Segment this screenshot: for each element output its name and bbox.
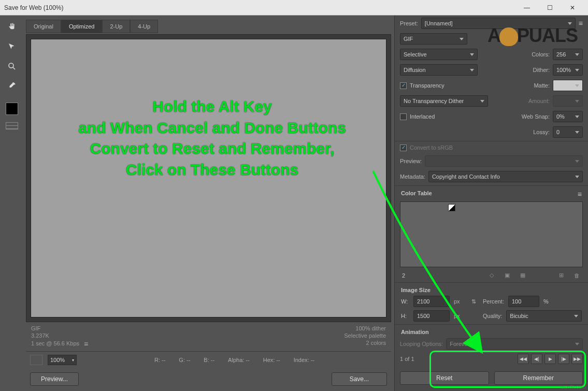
colortable-flyout-icon[interactable]	[578, 190, 582, 198]
matte-dropdown[interactable]	[553, 80, 583, 91]
format-dropdown[interactable]: GIF	[400, 33, 467, 45]
reset-button[interactable]: Reset	[400, 371, 489, 385]
lossy-dropdown[interactable]: 0	[553, 126, 583, 138]
window-title: Save for Web (100%)	[4, 4, 64, 11]
metadata-label: Metadata:	[400, 173, 425, 180]
preview-menu-icon[interactable]	[81, 340, 91, 348]
preview-button[interactable]: Preview...	[30, 372, 79, 386]
svg-point-0	[9, 63, 13, 68]
preview-canvas[interactable]	[26, 34, 391, 322]
slice-select-tool[interactable]	[4, 40, 20, 53]
info-filesize: 3.237K	[31, 332, 344, 339]
tab-4up[interactable]: 4-Up	[130, 20, 158, 33]
websnap-dropdown[interactable]: 0%	[553, 111, 583, 122]
width-input[interactable]: 2100	[413, 296, 450, 307]
tab-optimized[interactable]: Optimized	[61, 20, 103, 33]
bottom-buttons: Preview... Save...	[26, 368, 391, 391]
tab-2up[interactable]: 2-Up	[102, 20, 130, 33]
color-swatch-icon	[448, 204, 455, 211]
convert-srgb-checkbox[interactable]: ✓	[400, 144, 407, 151]
preview-label: Preview:	[400, 158, 422, 164]
matte-label: Matte:	[534, 82, 550, 89]
quality-dropdown[interactable]: Bicubic	[506, 310, 582, 322]
amount-label: Amount:	[528, 98, 550, 104]
swatch-readout	[30, 355, 42, 365]
quality-label: Quality:	[483, 313, 502, 319]
height-input[interactable]: 1500	[413, 310, 450, 322]
tool-strip	[0, 16, 24, 391]
prev-frame-button[interactable]: ◀|	[531, 354, 542, 364]
main-column: Original Optimized 2-Up 4-Up GIF 3.237K …	[24, 16, 394, 391]
dither-dropdown[interactable]: 100%	[553, 64, 583, 76]
info-readout: GIF 3.237K 1 sec @ 56.6 Kbps 100% dither…	[26, 322, 391, 351]
eyedropper-tool[interactable]	[4, 80, 20, 92]
preview-image	[31, 39, 386, 317]
play-button[interactable]: ▶	[544, 354, 556, 364]
readout-b: B: --	[204, 357, 214, 363]
readout-g: G: --	[179, 357, 190, 363]
next-frame-button[interactable]: |▶	[558, 354, 569, 364]
readout-alpha: Alpha: --	[228, 357, 250, 363]
remember-button[interactable]: Remember	[494, 371, 583, 385]
minimize-button[interactable]: —	[515, 0, 538, 16]
last-frame-button[interactable]: ▶▶	[571, 354, 583, 364]
settings-panel: Preset: [Unnamed] GIF Selective Colors: …	[394, 16, 588, 391]
preview-tabs: Original Optimized 2-Up 4-Up	[26, 20, 391, 33]
readout-r: R: --	[154, 357, 165, 363]
hand-tool[interactable]	[4, 21, 20, 33]
zoom-dropdown[interactable]: 100%▾	[48, 355, 77, 365]
lossy-label: Lossy:	[533, 129, 550, 135]
dither-method-dropdown[interactable]: Diffusion	[400, 64, 478, 76]
animation-title: Animation	[395, 326, 588, 336]
lock-color-icon[interactable]: ▣	[503, 272, 511, 279]
imagesize-title: Image Size	[395, 284, 588, 294]
first-frame-button[interactable]: ◀◀	[518, 354, 529, 364]
close-button[interactable]: ✕	[561, 0, 584, 16]
preview-dropdown[interactable]	[425, 155, 583, 167]
info-palette: Selective palette	[344, 332, 386, 339]
interlaced-label: Interlaced	[410, 113, 435, 120]
dither-label: Dither:	[533, 67, 550, 73]
link-dimensions-icon[interactable]: ⇅	[468, 298, 479, 305]
percent-input[interactable]: 100	[508, 296, 539, 307]
colors-dropdown[interactable]: 256	[553, 49, 583, 60]
interlaced-checkbox[interactable]	[400, 113, 407, 120]
colors-label: Colors:	[532, 51, 550, 57]
info-format: GIF	[31, 325, 344, 331]
colortable-title: Color Table	[401, 190, 432, 198]
info-dither: 100% dither	[344, 325, 386, 331]
looping-label: Looping Options:	[400, 341, 443, 347]
info-speed: 1 sec @ 56.6 Kbps	[31, 340, 79, 346]
map-transparent-icon[interactable]: ▦	[519, 272, 527, 279]
eyedropper-color-swatch[interactable]	[6, 103, 18, 115]
metadata-dropdown[interactable]: Copyright and Contact Info	[428, 171, 583, 182]
readout-index: Index: --	[294, 357, 314, 363]
looping-dropdown[interactable]: Forever	[446, 338, 583, 350]
preset-dropdown[interactable]: [Unnamed]	[421, 18, 576, 29]
maximize-button[interactable]: ☐	[538, 0, 561, 16]
title-bar: Save for Web (100%) — ☐ ✕	[0, 0, 588, 16]
colortable-count: 2	[402, 272, 405, 279]
new-color-icon[interactable]: ⊞	[557, 272, 565, 279]
pixel-readout: 100%▾ R: -- G: -- B: -- Alpha: -- Hex: -…	[26, 351, 391, 368]
preset-label: Preset:	[400, 20, 418, 26]
transparency-checkbox[interactable]: ✓	[400, 82, 407, 89]
width-label: W:	[401, 298, 409, 305]
slice-visibility-toggle[interactable]	[6, 122, 18, 129]
readout-hex: Hex: --	[263, 357, 280, 363]
transparency-label: Transparency	[410, 82, 444, 89]
percent-label: Percent:	[483, 298, 504, 305]
tab-original[interactable]: Original	[26, 20, 61, 33]
snap-web-icon[interactable]: ◇	[487, 272, 496, 279]
transparency-dither-dropdown[interactable]: No Transparency Dither	[400, 95, 488, 107]
height-label: H:	[401, 313, 409, 319]
save-button[interactable]: Save...	[332, 372, 387, 386]
reduction-dropdown[interactable]: Selective	[400, 49, 478, 60]
delete-color-icon[interactable]: 🗑	[572, 272, 581, 279]
preset-flyout-icon[interactable]	[579, 19, 583, 27]
convert-srgb-label: Convert to sRGB	[410, 144, 453, 151]
frame-status: 1 of 1	[400, 356, 430, 362]
websnap-label: Web Snap:	[522, 113, 550, 120]
zoom-tool[interactable]	[4, 60, 20, 73]
color-table[interactable]	[400, 201, 583, 267]
